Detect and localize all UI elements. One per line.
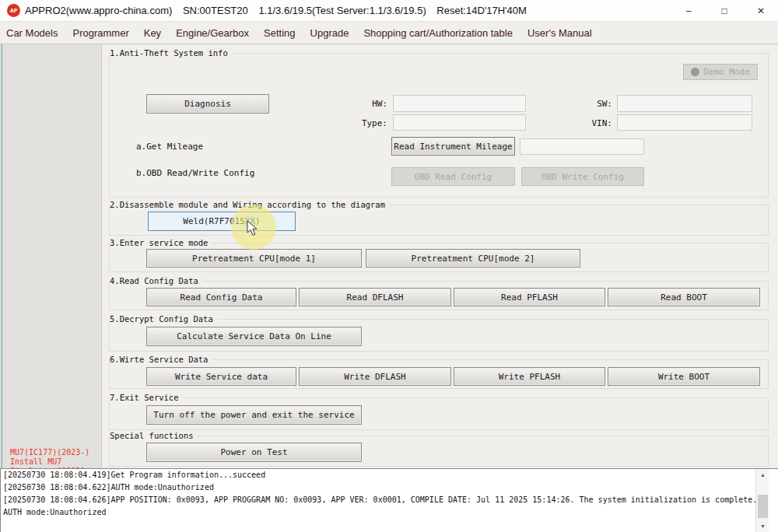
write-pflash-button[interactable]: Write PFLASH	[454, 367, 605, 386]
log-line: [20250730 18:08:04.419]Get Program infor…	[3, 471, 265, 483]
mileage-field[interactable]	[520, 138, 644, 155]
demo-mode-button[interactable]: Demo Mode	[683, 64, 758, 80]
section-title: 5.Decrypt Config Data	[110, 314, 217, 324]
minimize-button[interactable]: –	[675, 0, 702, 22]
title-serial-number: SN:00TEST20	[183, 5, 248, 16]
title-version: 1.1/3.6/19.5(Test Server:1.1/3.6/19.5)	[258, 5, 426, 16]
type-field[interactable]	[393, 114, 526, 131]
sw-field[interactable]	[617, 95, 752, 112]
title-reset-counter: Reset:14D'17H'40M	[436, 5, 527, 16]
log-scrollbar[interactable]: ▲ ▼	[755, 469, 769, 532]
section-title: 4.Read Config Data	[110, 276, 202, 285]
app-logo-icon: AP	[7, 4, 20, 17]
model-line: MU7(IC177)(2023-)	[10, 448, 89, 457]
menu-users-manual[interactable]: User's Manual	[527, 27, 592, 39]
demo-mode-indicator-icon	[691, 68, 699, 76]
hw-label: HW:	[333, 99, 387, 109]
vin-field[interactable]	[617, 114, 752, 131]
maximize-button[interactable]: □	[711, 0, 738, 22]
section-title: 3.Enter service mode	[110, 238, 212, 247]
sidebar: MU7(IC177)(2023-) Install MU7 Simulator …	[2, 44, 101, 468]
log-line: [20250730 18:08:04.626]APP POSITION: 0x0…	[3, 495, 757, 508]
scroll-up-icon[interactable]: ▲	[756, 469, 769, 481]
app-window: AP APPRO2(www.appro-china.com) SN:00TEST…	[0, 0, 778, 532]
obd-write-config-button[interactable]: OBD Write Config	[521, 167, 644, 186]
section-title: 6.Wirte Service Data	[110, 355, 212, 364]
power-on-test-button[interactable]: Power on Test	[146, 443, 362, 462]
section-title: 1.Anti-Theft System info	[110, 48, 232, 58]
weld-label-suffix: )	[255, 216, 261, 226]
pretreatment-cpu-mode1-button[interactable]: Pretreatment CPU[mode 1]	[146, 249, 362, 268]
menu-setting[interactable]: Setting	[264, 27, 295, 39]
vin-label: VIN:	[558, 118, 612, 128]
section-title: 7.Exit Service	[110, 393, 183, 402]
weld-button[interactable]: Weld(R7F7015XX)	[148, 212, 296, 231]
scrollbar-thumb[interactable]	[758, 495, 768, 518]
pretreatment-cpu-mode2-button[interactable]: Pretreatment CPU[mode 2]	[366, 249, 580, 268]
log-console: [20250730 18:08:04.419]Get Program infor…	[0, 468, 778, 532]
menu-upgrade[interactable]: Upgrade	[310, 27, 349, 39]
read-instrument-mileage-button[interactable]: Read Instrument Mileage	[391, 137, 515, 156]
calculate-service-data-button[interactable]: Calculate Service Data On Line	[146, 327, 362, 346]
titlebar: AP APPRO2(www.appro-china.com) SN:00TEST…	[0, 0, 778, 22]
obd-read-config-button[interactable]: OBD Read Config	[391, 167, 515, 186]
write-boot-button[interactable]: Write BOOT	[608, 367, 760, 386]
demo-mode-label: Demo Mode	[703, 67, 750, 77]
obd-read-write-label: b.OBD Read/Write Config	[136, 168, 254, 178]
menubar: Car Models Programmer Key Engine/Gearbox…	[0, 22, 778, 44]
read-config-data-button[interactable]: Read Config Data	[146, 288, 296, 306]
type-label: Type:	[333, 118, 387, 128]
diagnosis-button[interactable]: Diagnosis	[146, 94, 269, 114]
weld-label-highlight: XX	[245, 216, 255, 226]
menu-car-models[interactable]: Car Models	[6, 27, 58, 39]
title-app-name: APPRO2(www.appro-china.com)	[25, 5, 172, 16]
write-service-data-button[interactable]: Write Service data	[146, 367, 296, 386]
section-title: Special functions	[110, 431, 197, 440]
close-button[interactable]: ✕	[748, 0, 774, 22]
power-off-exit-service-button[interactable]: Turn off the power and exit the service	[146, 405, 362, 425]
menu-engine-gearbox[interactable]: Engine/Gearbox	[176, 27, 249, 39]
read-boot-button[interactable]: Read BOOT	[608, 288, 760, 306]
hw-field[interactable]	[393, 95, 526, 112]
window-title: APPRO2(www.appro-china.com) SN:00TEST20 …	[25, 0, 534, 22]
section-title: 2.Disassemble module and Wiring accordin…	[110, 200, 389, 209]
weld-label: Weld(R7F7015	[183, 216, 244, 226]
read-dflash-button[interactable]: Read DFLASH	[299, 288, 451, 306]
menu-shopping-cart[interactable]: Shopping cart/Authorization table	[363, 27, 513, 39]
menu-programmer[interactable]: Programmer	[72, 27, 128, 39]
sw-label: SW:	[558, 99, 612, 109]
model-line: Install MU7	[10, 457, 89, 467]
log-line: AUTH mode:Unauthorized	[3, 508, 106, 520]
scroll-down-icon[interactable]: ▼	[756, 520, 769, 532]
menu-key[interactable]: Key	[144, 27, 161, 39]
log-line: [20250730 18:08:04.622]AUTH mode:Unautho…	[3, 483, 214, 495]
get-mileage-label: a.Get Mileage	[136, 142, 203, 152]
write-dflash-button[interactable]: Write DFLASH	[299, 367, 451, 386]
read-pflash-button[interactable]: Read PFLASH	[454, 288, 605, 306]
